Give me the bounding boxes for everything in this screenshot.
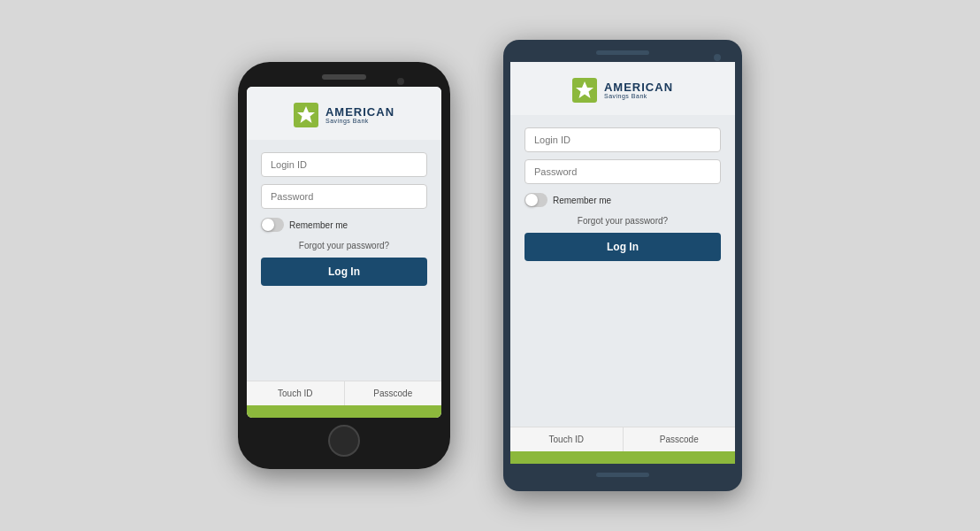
logo-text-iphone: AMERICAN Savings Bank [325, 106, 394, 124]
logo-area-android: AMERICAN Savings Bank [510, 62, 735, 115]
login-button-iphone[interactable]: Log In [261, 258, 427, 286]
remember-label-android: Remember me [553, 196, 611, 205]
asb-logo-icon-android [572, 78, 597, 103]
app-content-iphone: AMERICAN Savings Bank Remember me Forgot… [247, 87, 441, 418]
remember-row-iphone: Remember me [261, 216, 427, 234]
password-input-android[interactable] [524, 159, 721, 184]
remember-toggle-android[interactable] [524, 193, 547, 207]
bottom-tabs-iphone: Touch ID Passcode [247, 381, 441, 405]
bottom-tabs-android: Touch ID Passcode [510, 427, 735, 451]
app-content-android: AMERICAN Savings Bank Remember me Forgot… [510, 62, 735, 464]
logo-brand-android: AMERICAN [604, 81, 673, 93]
logo-brand-iphone: AMERICAN [325, 106, 394, 118]
form-area-iphone: Remember me Forgot your password? Log In [247, 140, 441, 381]
asb-logo-icon-iphone [294, 103, 318, 127]
android-home-bar[interactable] [596, 473, 649, 477]
login-id-input-android[interactable] [524, 127, 721, 152]
iphone-speaker [322, 74, 366, 80]
toggle-knob-android [525, 194, 538, 206]
login-button-android[interactable]: Log In [524, 233, 721, 261]
login-id-input-iphone[interactable] [261, 152, 427, 177]
android-screen: AMERICAN Savings Bank Remember me Forgot… [510, 62, 735, 464]
android-speaker [596, 50, 649, 55]
forgot-link-android[interactable]: Forgot your password? [524, 216, 721, 226]
passcode-tab-iphone[interactable]: Passcode [345, 381, 442, 405]
remember-label-iphone: Remember me [289, 220, 348, 230]
green-bar-android [510, 451, 735, 464]
touch-id-tab-iphone[interactable]: Touch ID [247, 381, 345, 405]
touch-id-tab-android[interactable]: Touch ID [510, 427, 624, 451]
password-input-iphone[interactable] [261, 184, 427, 209]
iphone-screen: AMERICAN Savings Bank Remember me Forgot… [247, 87, 441, 418]
logo-sub-android: Savings Bank [604, 93, 673, 99]
remember-row-android: Remember me [524, 191, 721, 209]
toggle-knob-iphone [262, 219, 274, 231]
android-camera [714, 54, 721, 61]
forgot-link-iphone[interactable]: Forgot your password? [261, 241, 427, 250]
logo-text-android: AMERICAN Savings Bank [604, 81, 673, 99]
logo-sub-iphone: Savings Bank [325, 118, 394, 124]
android-device: AMERICAN Savings Bank Remember me Forgot… [503, 40, 742, 491]
green-bar-iphone [247, 405, 441, 418]
iphone-device: AMERICAN Savings Bank Remember me Forgot… [238, 62, 450, 469]
form-area-android: Remember me Forgot your password? Log In [510, 115, 735, 427]
iphone-camera [397, 78, 404, 85]
remember-toggle-iphone[interactable] [261, 218, 284, 232]
logo-area-iphone: AMERICAN Savings Bank [247, 87, 441, 140]
passcode-tab-android[interactable]: Passcode [624, 427, 736, 451]
iphone-home-button[interactable] [328, 425, 360, 457]
